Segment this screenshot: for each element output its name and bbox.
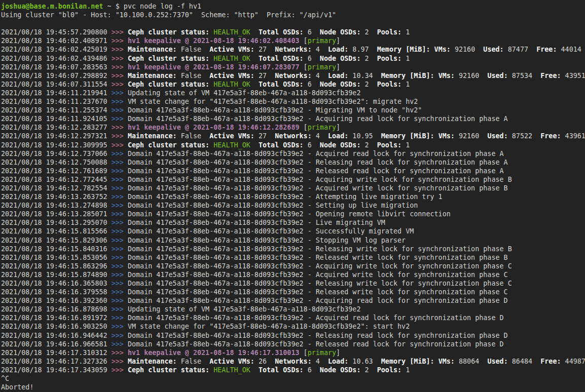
log-segment: Node OSDs: [320,28,361,36]
log-segment: Total OSDs: [259,55,304,62]
log-segment: Domain 417e5a3f-88eb-467a-a118-8d093cfb3… [128,332,508,339]
log-line: 2021/08/18 19:46:12.772445 >>> Domain 41… [1,175,585,184]
log-timestamp: 2021/08/18 19:46:12.782554 [1,184,112,192]
log-timestamp: 2021/08/18 19:46:16.878698 [1,305,112,313]
log-line: 2021/08/18 19:46:11.237670 >>> VM state … [1,97,585,106]
log-segment: Domain 417e5a3f-88eb-467a-a118-8d093cfb3… [128,193,443,201]
log-timestamp: 2021/08/18 19:46:15.840316 [1,245,112,253]
log-segment: Free: [540,358,561,365]
log-segment: Load: [328,358,348,365]
log-timestamp: 2021/08/18 19:46:15.815566 [1,227,112,235]
log-segment: Used: [487,132,507,140]
log-segment: Maintenance: [128,72,177,80]
log-segment: Networks: [275,72,312,80]
log-segment: Domain 417e5a3f-88eb-467a-a118-8d093cfb3… [128,202,418,209]
log-segment: Free: [540,132,561,140]
log-segment: 1 [401,28,410,36]
log-segment: 44014 [557,46,581,53]
log-timestamp: 2021/08/18 19:46:16.946442 [1,332,112,339]
log-line: 2021/08/18 19:46:07.283563 >>> hv1 keepa… [1,63,585,71]
log-line: 2021/08/18 19:46:16.379558 >>> Domain 41… [1,288,585,296]
log-prompt-arrows: >>> [112,219,128,226]
log-segment [434,132,438,140]
log-line: 2021/08/18 19:46:12.297321 >>> Maintenan… [1,132,585,140]
log-segment: 4 [312,46,328,53]
log-segment: 87477 [504,46,537,53]
log-segment: 87522 [508,132,541,140]
log-prompt-arrows: >>> [112,72,128,80]
terminal-window: joshua@base.m.bonilan.net ~ $ pvc node l… [0,0,585,392]
log-prompt-arrows: >>> [112,271,128,279]
log-segment: Maintenance: [128,358,177,365]
log-line: 2021/08/18 19:46:12.737066 >>> Domain 41… [1,149,585,158]
log-segment: Domain 417e5a3f-88eb-467a-a118-8d093cfb3… [128,184,508,192]
log-segment: False [177,72,210,80]
log-prompt-arrows: >>> [112,184,128,192]
log-segment: 8.97 [348,46,377,53]
log-segment: Ceph cluster status: [128,81,209,88]
log-timestamp: 2021/08/18 19:46:17.310312 [1,349,112,357]
log-line: 2021/08/18 19:46:15.853056 >>> Domain 41… [1,253,585,262]
log-segment: Pools: [377,366,401,374]
log-line: 2021/08/18 19:46:16.946442 >>> Domain 41… [1,331,585,340]
log-line: 2021/08/18 19:46:11.219941 >>> Updating … [1,89,585,97]
interrupt-line: ^C [1,374,585,383]
log-segment [250,28,259,36]
log-segment: 26 [254,358,275,365]
log-segment: VMs: [438,358,455,365]
log-timestamp: 2021/08/18 19:46:07.311554 [1,81,112,88]
log-segment: Domain 417e5a3f-88eb-467a-a118-8d093cfb3… [128,150,504,158]
log-segment: 87534 [508,72,541,80]
log-line: 2021/08/18 19:46:15.863296 >>> Domain 41… [1,262,585,270]
log-line: 2021/08/18 19:46:12.309995 >>> Ceph clus… [1,141,585,149]
log-line: 2021/08/18 19:46:16.878698 >>> Updating … [1,305,585,313]
log-segment [434,358,438,365]
log-prompt-arrows: >>> [112,167,128,175]
log-prompt-arrows: >>> [112,237,128,244]
log-prompt-arrows: >>> [112,314,128,322]
log-segment: [ [300,37,308,45]
log-line: 2021/08/18 19:46:02.408971 >>> hv1 keepa… [1,36,585,45]
log-segment: 6 [304,141,320,149]
log-segment: Used: [487,72,507,80]
log-line: 2021/08/18 19:46:07.311554 >>> Ceph clus… [1,80,585,89]
log-segment: 10.34 [348,72,381,80]
log-prompt-arrows: >>> [112,63,128,71]
log-segment: Maintenance: [128,132,177,140]
log-timestamp: 2021/08/18 19:46:16.966581 [1,340,112,348]
log-timestamp: 2021/08/18 19:46:12.309995 [1,141,112,149]
log-timestamp: 2021/08/18 19:46:12.750088 [1,159,112,166]
log-line: 2021/08/18 19:46:16.903250 >>> VM state … [1,322,585,331]
log-segment: Memory [MiB]: [381,358,434,365]
log-timestamp: 2021/08/18 19:46:12.772445 [1,176,112,183]
log-segment: 1 [401,55,410,62]
log-prompt-arrows: >>> [112,89,128,97]
log-timestamp: 2021/08/18 19:46:13.274898 [1,202,112,209]
log-timestamp: 2021/08/18 19:46:02.439486 [1,55,112,62]
log-timestamp: 2021/08/18 19:46:13.285071 [1,210,112,218]
log-prompt-arrows: >>> [112,28,128,36]
log-segment: Domain 417e5a3f-88eb-467a-a118-8d093cfb3… [128,245,512,253]
log-segment [250,81,259,88]
log-line: 2021/08/18 19:46:07.298892 >>> Maintenan… [1,71,585,80]
log-prompt-arrows: >>> [112,262,128,270]
log-prompt-arrows: >>> [112,150,128,158]
log-segment: hv1 keepalive @ 2021-08-18 19:46:12.2826… [128,124,300,131]
log-timestamp: 2021/08/18 19:46:16.379558 [1,288,112,296]
log-line: 2021/08/18 19:46:13.274898 >>> Domain 41… [1,201,585,210]
log-segment: Active VMs: [209,72,254,80]
log-line: 2021/08/18 19:46:13.295070 >>> Domain 41… [1,218,585,227]
log-timestamp: 2021/08/18 19:46:07.298892 [1,72,112,80]
log-line: 2021/08/18 19:46:17.327326 >>> Maintenan… [1,357,585,366]
log-prompt-arrows: >>> [112,358,128,365]
log-segment: Domain 417e5a3f-88eb-467a-a118-8d093cfb3… [128,237,406,244]
log-line: 2021/08/18 19:46:16.392360 >>> Domain 41… [1,296,585,305]
log-segment [434,72,438,80]
log-segment: Updating state of VM 417e5a3f-88eb-467a-… [128,305,361,313]
log-timestamp: 2021/08/18 19:46:11.924105 [1,115,112,123]
log-segment: 88064 [455,358,488,365]
log-timestamp: 2021/08/18 19:46:17.343059 [1,366,112,374]
log-line: 2021/08/18 19:46:15.815566 >>> Domain 41… [1,227,585,236]
log-segment: 6 [304,366,320,374]
log-prompt-arrows: >>> [112,124,128,131]
